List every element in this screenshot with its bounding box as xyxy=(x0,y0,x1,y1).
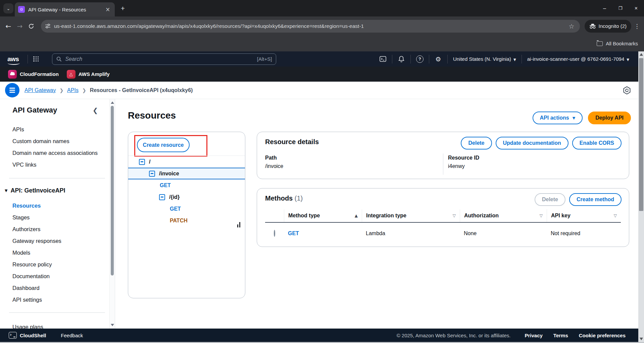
cloudshell-icon[interactable] xyxy=(379,55,387,63)
methods-panel: Methods (1) Delete Create method Method … xyxy=(257,188,629,247)
chevron-down-icon: ▼ xyxy=(573,116,575,120)
scroll-up-arrow[interactable] xyxy=(640,53,643,56)
console-search-input[interactable]: Search [Alt+S] xyxy=(52,53,276,65)
deploy-api-button[interactable]: Deploy API xyxy=(588,112,631,124)
terms-link[interactable]: Terms xyxy=(553,333,568,338)
tab-search-button[interactable]: ⌄ xyxy=(3,3,13,13)
panel-resize-handle[interactable] xyxy=(237,222,240,227)
sort-icon[interactable]: ▽ xyxy=(453,213,456,218)
close-window-button[interactable]: × xyxy=(628,0,644,16)
new-tab-button[interactable]: + xyxy=(118,4,128,13)
back-button[interactable]: ← xyxy=(3,20,14,32)
sidebar-item-resources[interactable]: Resources xyxy=(12,201,41,211)
sidebar-section-header[interactable]: ▼ API: GetInvoiceAPI xyxy=(5,187,65,194)
feedback-link[interactable]: Feedback xyxy=(61,333,83,338)
hamburger-menu-button[interactable] xyxy=(5,83,19,97)
divider xyxy=(28,55,28,63)
tree-resource-id[interactable]: /{id} xyxy=(128,191,245,203)
cloudshell-icon[interactable] xyxy=(9,332,17,339)
favorite-cloudformation[interactable]: CloudFormation xyxy=(8,70,59,79)
bookmark-star-icon[interactable]: ☆ xyxy=(569,23,575,30)
methods-title-text: Methods xyxy=(265,195,293,202)
cookie-preferences-link[interactable]: Cookie preferences xyxy=(579,333,626,338)
incognito-badge[interactable]: Incognito (2) xyxy=(585,20,631,33)
help-icon[interactable]: ? xyxy=(416,55,424,63)
sidebar-scrollbar[interactable] xyxy=(109,99,115,329)
forward-button[interactable]: → xyxy=(14,20,26,32)
enable-cors-button[interactable]: Enable CORS xyxy=(572,137,622,149)
table-row[interactable]: GETLambdaNoneNot required xyxy=(265,222,621,245)
delete-button[interactable]: Delete xyxy=(461,137,492,149)
create-resource-button[interactable]: Create resource xyxy=(137,138,190,152)
column-header-authorization[interactable]: Authorization▽ xyxy=(460,209,547,222)
scroll-up-arrow[interactable] xyxy=(111,101,114,104)
session-hexagon-icon[interactable] xyxy=(623,86,631,95)
tree-method-get[interactable]: GET xyxy=(128,179,245,191)
tree-resource-[interactable]: / xyxy=(128,156,245,168)
cell-method-type[interactable]: GET xyxy=(284,230,362,237)
services-grid-icon[interactable] xyxy=(33,56,39,62)
page-scrollbar[interactable] xyxy=(638,51,644,342)
api-actions-label: API actions xyxy=(540,115,569,121)
sidebar-item-domain-name-access-associations[interactable]: Domain name access associations xyxy=(12,148,98,158)
favorite-aws-amplify[interactable]: △AWS Amplify xyxy=(67,70,110,79)
account-menu[interactable]: ai-invoice-scanner-user @ 6762-0691-7094… xyxy=(527,56,629,62)
sidebar-item-usage-plans[interactable]: Usage plans xyxy=(12,324,43,329)
column-header-method-type[interactable]: Method type▲ xyxy=(284,209,362,222)
collapse-box-icon[interactable] xyxy=(159,194,165,200)
aws-logo[interactable]: aws xyxy=(7,55,19,63)
region-selector[interactable]: United States (N. Virginia)▼ xyxy=(453,56,516,62)
update-documentation-button[interactable]: Update documentation xyxy=(496,137,568,149)
sidebar-item-stages[interactable]: Stages xyxy=(12,212,30,222)
sort-ascending-icon[interactable]: ▲ xyxy=(355,213,358,218)
create-method-button[interactable]: Create method xyxy=(569,193,622,206)
url-bar[interactable]: us-east-1.console.aws.amazon.com/apigate… xyxy=(41,20,580,33)
settings-gear-icon[interactable]: ⚙ xyxy=(435,55,442,63)
tree-resource-invoice[interactable]: /invoice xyxy=(128,168,245,179)
sidebar-item-documentation[interactable]: Documentation xyxy=(12,271,50,281)
browser-menu-icon[interactable]: ⋮ xyxy=(631,23,643,30)
tree-method-patch[interactable]: PATCH xyxy=(128,215,245,226)
cell-integration-type: Lambda xyxy=(362,230,460,237)
sidebar-item-custom-domain-names[interactable]: Custom domain names xyxy=(12,136,69,146)
column-header-integration-type[interactable]: Integration type▽ xyxy=(362,209,460,222)
sidebar-item-models[interactable]: Models xyxy=(12,248,30,258)
scrollbar-thumb[interactable] xyxy=(639,58,643,211)
sidebar-item-authorizers[interactable]: Authorizers xyxy=(12,224,40,234)
sidebar-item-dashboard[interactable]: Dashboard xyxy=(12,283,40,293)
sidebar-item-vpc-links[interactable]: VPC links xyxy=(12,160,37,170)
tab-close-icon[interactable]: × xyxy=(104,6,111,13)
folder-icon xyxy=(597,41,603,46)
bookmarks-bar: All Bookmarks xyxy=(0,36,644,51)
notifications-bell-icon[interactable] xyxy=(398,55,405,63)
sort-icon[interactable]: ▽ xyxy=(540,213,543,218)
minimize-button[interactable]: – xyxy=(597,0,612,16)
breadcrumb-link[interactable]: API Gateway xyxy=(24,87,56,93)
scroll-down-arrow[interactable] xyxy=(640,338,643,340)
scrollbar-thumb[interactable] xyxy=(111,106,114,275)
collapse-sidebar-icon[interactable]: ❮ xyxy=(93,106,98,114)
scroll-down-arrow[interactable] xyxy=(111,324,114,326)
sidebar-item-api-settings[interactable]: API settings xyxy=(12,295,42,305)
row-radio-button[interactable] xyxy=(274,230,275,237)
sidebar-item-gateway-responses[interactable]: Gateway responses xyxy=(12,236,61,246)
cloudshell-label[interactable]: CloudShell xyxy=(20,333,46,338)
all-bookmarks-button[interactable]: All Bookmarks xyxy=(597,41,638,46)
browser-tab[interactable]: ⟨⟩ API Gateway - Resources × xyxy=(15,2,115,16)
incognito-icon xyxy=(589,24,596,29)
reload-button[interactable] xyxy=(26,20,37,32)
sort-icon[interactable]: ▽ xyxy=(614,213,617,218)
breadcrumb-link[interactable]: APIs xyxy=(67,87,79,93)
url-text[interactable]: us-east-1.console.aws.amazon.com/apigate… xyxy=(54,23,567,29)
site-info-icon[interactable] xyxy=(45,23,51,29)
tree-method-get[interactable]: GET xyxy=(128,203,245,215)
column-label: Integration type xyxy=(366,213,406,219)
maximize-button[interactable]: ❐ xyxy=(612,0,628,16)
sidebar-item-resource-policy[interactable]: Resource policy xyxy=(12,259,52,269)
api-actions-button[interactable]: API actions ▼ xyxy=(533,112,583,124)
sidebar-item-apis[interactable]: APIs xyxy=(12,124,24,134)
collapse-box-icon[interactable] xyxy=(139,159,145,165)
privacy-link[interactable]: Privacy xyxy=(525,333,542,338)
collapse-box-icon[interactable] xyxy=(149,171,155,177)
column-header-api-key[interactable]: API key▽ xyxy=(547,209,621,222)
